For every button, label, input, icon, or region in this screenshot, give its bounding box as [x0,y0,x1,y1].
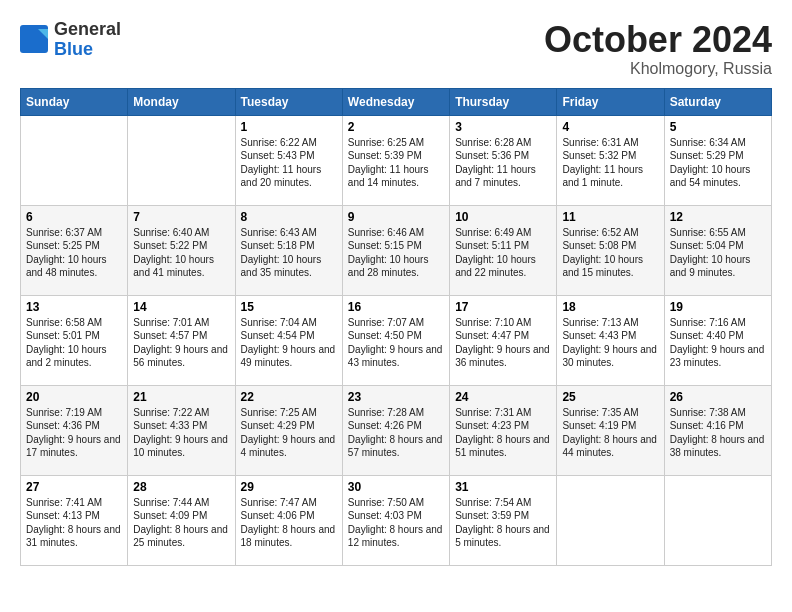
day-info: Sunrise: 6:34 AM Sunset: 5:29 PM Dayligh… [670,136,766,190]
location: Kholmogory, Russia [544,60,772,78]
calendar-week-row: 6Sunrise: 6:37 AM Sunset: 5:25 PM Daylig… [21,205,772,295]
day-number: 20 [26,390,122,404]
day-info: Sunrise: 6:28 AM Sunset: 5:36 PM Dayligh… [455,136,551,190]
day-info: Sunrise: 6:31 AM Sunset: 5:32 PM Dayligh… [562,136,658,190]
month-title: October 2024 [544,20,772,60]
day-info: Sunrise: 7:01 AM Sunset: 4:57 PM Dayligh… [133,316,229,370]
calendar-week-row: 27Sunrise: 7:41 AM Sunset: 4:13 PM Dayli… [21,475,772,565]
day-number: 18 [562,300,658,314]
calendar-week-row: 13Sunrise: 6:58 AM Sunset: 5:01 PM Dayli… [21,295,772,385]
calendar-cell: 4Sunrise: 6:31 AM Sunset: 5:32 PM Daylig… [557,115,664,205]
weekday-header: Saturday [664,88,771,115]
day-number: 26 [670,390,766,404]
page-header: General Blue October 2024 Kholmogory, Ru… [20,20,772,78]
calendar-cell: 18Sunrise: 7:13 AM Sunset: 4:43 PM Dayli… [557,295,664,385]
calendar-cell: 29Sunrise: 7:47 AM Sunset: 4:06 PM Dayli… [235,475,342,565]
day-info: Sunrise: 7:31 AM Sunset: 4:23 PM Dayligh… [455,406,551,460]
day-number: 9 [348,210,444,224]
day-info: Sunrise: 7:47 AM Sunset: 4:06 PM Dayligh… [241,496,337,550]
calendar-cell: 5Sunrise: 6:34 AM Sunset: 5:29 PM Daylig… [664,115,771,205]
calendar-cell [21,115,128,205]
weekday-header: Monday [128,88,235,115]
day-number: 10 [455,210,551,224]
calendar-cell: 11Sunrise: 6:52 AM Sunset: 5:08 PM Dayli… [557,205,664,295]
day-number: 16 [348,300,444,314]
day-info: Sunrise: 7:44 AM Sunset: 4:09 PM Dayligh… [133,496,229,550]
calendar-cell: 10Sunrise: 6:49 AM Sunset: 5:11 PM Dayli… [450,205,557,295]
day-info: Sunrise: 7:28 AM Sunset: 4:26 PM Dayligh… [348,406,444,460]
calendar-week-row: 20Sunrise: 7:19 AM Sunset: 4:36 PM Dayli… [21,385,772,475]
calendar-cell: 20Sunrise: 7:19 AM Sunset: 4:36 PM Dayli… [21,385,128,475]
day-number: 25 [562,390,658,404]
day-number: 22 [241,390,337,404]
day-number: 30 [348,480,444,494]
calendar-cell: 6Sunrise: 6:37 AM Sunset: 5:25 PM Daylig… [21,205,128,295]
day-info: Sunrise: 6:55 AM Sunset: 5:04 PM Dayligh… [670,226,766,280]
calendar-cell: 15Sunrise: 7:04 AM Sunset: 4:54 PM Dayli… [235,295,342,385]
calendar-cell: 31Sunrise: 7:54 AM Sunset: 3:59 PM Dayli… [450,475,557,565]
day-number: 3 [455,120,551,134]
day-number: 11 [562,210,658,224]
day-number: 7 [133,210,229,224]
calendar-cell: 14Sunrise: 7:01 AM Sunset: 4:57 PM Dayli… [128,295,235,385]
day-number: 6 [26,210,122,224]
calendar-cell: 12Sunrise: 6:55 AM Sunset: 5:04 PM Dayli… [664,205,771,295]
day-number: 12 [670,210,766,224]
day-number: 15 [241,300,337,314]
calendar-week-row: 1Sunrise: 6:22 AM Sunset: 5:43 PM Daylig… [21,115,772,205]
day-number: 14 [133,300,229,314]
day-number: 1 [241,120,337,134]
day-info: Sunrise: 6:25 AM Sunset: 5:39 PM Dayligh… [348,136,444,190]
day-info: Sunrise: 6:58 AM Sunset: 5:01 PM Dayligh… [26,316,122,370]
calendar-table: SundayMondayTuesdayWednesdayThursdayFrid… [20,88,772,566]
calendar-cell: 22Sunrise: 7:25 AM Sunset: 4:29 PM Dayli… [235,385,342,475]
title-block: October 2024 Kholmogory, Russia [544,20,772,78]
calendar-cell: 2Sunrise: 6:25 AM Sunset: 5:39 PM Daylig… [342,115,449,205]
calendar-cell: 1Sunrise: 6:22 AM Sunset: 5:43 PM Daylig… [235,115,342,205]
day-info: Sunrise: 6:40 AM Sunset: 5:22 PM Dayligh… [133,226,229,280]
calendar-cell: 9Sunrise: 6:46 AM Sunset: 5:15 PM Daylig… [342,205,449,295]
day-number: 23 [348,390,444,404]
calendar-cell: 16Sunrise: 7:07 AM Sunset: 4:50 PM Dayli… [342,295,449,385]
calendar-cell: 17Sunrise: 7:10 AM Sunset: 4:47 PM Dayli… [450,295,557,385]
day-number: 28 [133,480,229,494]
day-info: Sunrise: 7:04 AM Sunset: 4:54 PM Dayligh… [241,316,337,370]
weekday-header: Sunday [21,88,128,115]
calendar-cell [128,115,235,205]
day-info: Sunrise: 7:38 AM Sunset: 4:16 PM Dayligh… [670,406,766,460]
calendar-cell: 30Sunrise: 7:50 AM Sunset: 4:03 PM Dayli… [342,475,449,565]
logo-icon [20,25,50,55]
day-number: 5 [670,120,766,134]
day-number: 2 [348,120,444,134]
day-info: Sunrise: 7:50 AM Sunset: 4:03 PM Dayligh… [348,496,444,550]
day-info: Sunrise: 6:22 AM Sunset: 5:43 PM Dayligh… [241,136,337,190]
day-info: Sunrise: 6:52 AM Sunset: 5:08 PM Dayligh… [562,226,658,280]
calendar-cell: 25Sunrise: 7:35 AM Sunset: 4:19 PM Dayli… [557,385,664,475]
day-number: 17 [455,300,551,314]
logo-general-text: General [54,20,121,40]
day-info: Sunrise: 7:22 AM Sunset: 4:33 PM Dayligh… [133,406,229,460]
day-info: Sunrise: 6:46 AM Sunset: 5:15 PM Dayligh… [348,226,444,280]
day-info: Sunrise: 7:54 AM Sunset: 3:59 PM Dayligh… [455,496,551,550]
calendar-cell: 7Sunrise: 6:40 AM Sunset: 5:22 PM Daylig… [128,205,235,295]
logo-blue-text: Blue [54,40,121,60]
day-number: 31 [455,480,551,494]
day-info: Sunrise: 6:49 AM Sunset: 5:11 PM Dayligh… [455,226,551,280]
calendar-cell: 3Sunrise: 6:28 AM Sunset: 5:36 PM Daylig… [450,115,557,205]
weekday-header: Friday [557,88,664,115]
day-info: Sunrise: 7:41 AM Sunset: 4:13 PM Dayligh… [26,496,122,550]
day-number: 8 [241,210,337,224]
weekday-header: Wednesday [342,88,449,115]
header-row: SundayMondayTuesdayWednesdayThursdayFrid… [21,88,772,115]
weekday-header: Thursday [450,88,557,115]
day-info: Sunrise: 6:37 AM Sunset: 5:25 PM Dayligh… [26,226,122,280]
day-number: 29 [241,480,337,494]
day-number: 19 [670,300,766,314]
weekday-header: Tuesday [235,88,342,115]
day-info: Sunrise: 7:10 AM Sunset: 4:47 PM Dayligh… [455,316,551,370]
calendar-cell [557,475,664,565]
logo: General Blue [20,20,121,60]
calendar-cell [664,475,771,565]
day-number: 4 [562,120,658,134]
calendar-cell: 27Sunrise: 7:41 AM Sunset: 4:13 PM Dayli… [21,475,128,565]
